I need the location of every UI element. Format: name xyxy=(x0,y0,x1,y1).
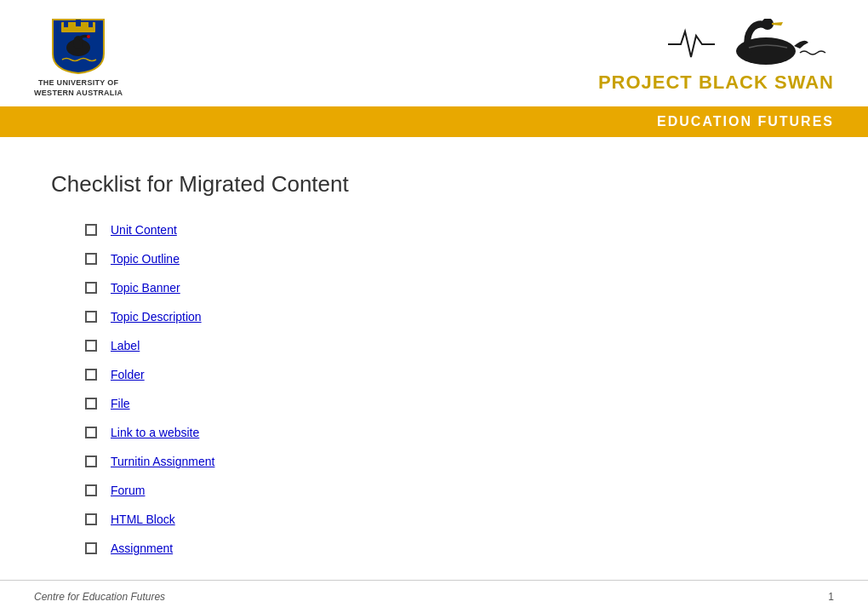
checkbox-icon[interactable] xyxy=(85,311,97,323)
checklist-link[interactable]: Folder xyxy=(111,368,145,381)
svg-rect-3 xyxy=(89,22,93,27)
header: The University of Western Australia PROJ… xyxy=(0,0,868,98)
gold-banner: EDUCATION FUTURES xyxy=(0,106,868,137)
list-item: Topic Description xyxy=(85,310,817,324)
svg-rect-1 xyxy=(64,22,68,27)
checkbox-icon[interactable] xyxy=(85,224,97,236)
checkbox-icon[interactable] xyxy=(85,455,97,467)
uwa-shield-icon xyxy=(49,15,108,75)
black-swan-icon xyxy=(664,19,834,70)
footer-page: 1 xyxy=(828,591,834,603)
checklist-link[interactable]: HTML Block xyxy=(111,513,175,526)
list-item: Forum xyxy=(85,484,817,497)
checkbox-icon[interactable] xyxy=(85,369,97,381)
checkbox-icon[interactable] xyxy=(85,513,97,525)
project-title: PROJECT BLACK SWAN xyxy=(598,72,834,94)
checklist-link[interactable]: Forum xyxy=(111,484,145,497)
checklist-link[interactable]: Topic Outline xyxy=(111,252,180,266)
list-item: Topic Banner xyxy=(85,281,817,295)
footer: Centre for Education Futures 1 xyxy=(0,580,868,613)
banner-text: EDUCATION FUTURES xyxy=(657,114,834,129)
checklist-link[interactable]: Topic Banner xyxy=(111,281,180,295)
checklist: Unit ContentTopic OutlineTopic BannerTop… xyxy=(51,223,817,555)
list-item: Turnitin Assignment xyxy=(85,455,817,468)
list-item: HTML Block xyxy=(85,513,817,526)
checkbox-icon[interactable] xyxy=(85,340,97,352)
checklist-link[interactable]: Link to a website xyxy=(111,426,199,439)
main-content: Checklist for Migrated Content Unit Cont… xyxy=(0,137,868,604)
list-item: Folder xyxy=(85,368,817,381)
checkbox-icon[interactable] xyxy=(85,398,97,410)
svg-point-6 xyxy=(87,35,90,38)
list-item: File xyxy=(85,397,817,410)
list-item: Assignment xyxy=(85,541,817,555)
list-item: Unit Content xyxy=(85,223,817,237)
checklist-link[interactable]: Turnitin Assignment xyxy=(111,455,214,468)
project-logo: PROJECT BLACK SWAN xyxy=(598,15,834,94)
checklist-link[interactable]: Label xyxy=(111,339,140,352)
checklist-link[interactable]: Assignment xyxy=(111,541,173,555)
checklist-link[interactable]: Unit Content xyxy=(111,223,177,237)
page-title: Checklist for Migrated Content xyxy=(51,171,817,198)
list-item: Link to a website xyxy=(85,426,817,439)
footer-left: Centre for Education Futures xyxy=(34,591,165,603)
checkbox-icon[interactable] xyxy=(85,484,97,496)
checkbox-icon[interactable] xyxy=(85,427,97,438)
svg-rect-2 xyxy=(76,20,81,26)
checkbox-icon[interactable] xyxy=(85,282,97,294)
checkbox-icon[interactable] xyxy=(85,253,97,265)
uwa-name: The University of Western Australia xyxy=(34,78,123,98)
list-item: Topic Outline xyxy=(85,252,817,266)
list-item: Label xyxy=(85,339,817,352)
checklist-link[interactable]: File xyxy=(111,397,130,410)
checklist-link[interactable]: Topic Description xyxy=(111,310,202,324)
uwa-logo: The University of Western Australia xyxy=(34,15,123,98)
checkbox-icon[interactable] xyxy=(85,542,97,554)
